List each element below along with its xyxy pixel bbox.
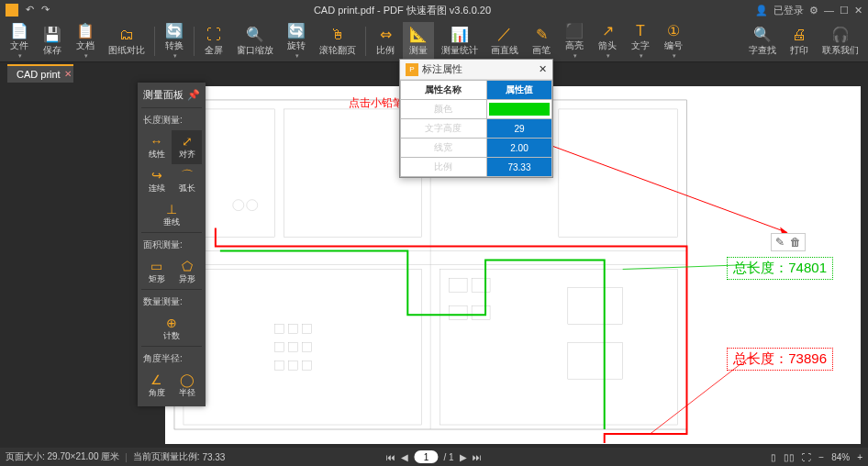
contact-button[interactable]: 🎧联系我们 [817, 22, 864, 61]
measure-count[interactable]: ⊕计数 [141, 312, 202, 346]
lookup-button[interactable]: 🔍字查找 [743, 22, 782, 61]
document-tab[interactable]: CAD print ✕ [7, 64, 73, 83]
prev-page-icon[interactable]: ◀ [401, 452, 408, 462]
total-length-green[interactable]: 总长度：74801 [727, 257, 833, 280]
measure-continuous[interactable]: ↪连续 [141, 164, 172, 198]
page-input[interactable] [414, 450, 438, 463]
convert-button[interactable]: 🔄转换 [159, 22, 190, 61]
app-logo-icon [6, 4, 18, 17]
minimize-icon[interactable]: — [824, 5, 834, 16]
compare-button[interactable]: 🗂图纸对比 [103, 22, 150, 61]
measure-linear[interactable]: ↔线性 [141, 130, 172, 164]
measure-vertical[interactable]: ⊥垂线 [141, 198, 202, 232]
redo-icon[interactable]: ↷ [41, 4, 50, 17]
window-zoom-button[interactable]: 🔍窗口缩放 [231, 22, 279, 61]
arrow-button[interactable]: ↗箭头 [592, 22, 623, 61]
close-tab-icon[interactable]: ✕ [64, 69, 72, 79]
doc-button[interactable]: 📋文档 [70, 22, 101, 61]
page-total: / 1 [443, 452, 453, 462]
file-button[interactable]: 📄文件 [4, 22, 35, 61]
main-toolbar: 📄文件 💾保存 📋文档 🗂图纸对比 🔄转换 ⛶全屏 🔍窗口缩放 🔄旋转 🖱滚轮翻… [0, 20, 868, 62]
prop-logo-icon: P [406, 63, 418, 76]
first-page-icon[interactable]: ⏮ [386, 452, 395, 462]
measure-poly[interactable]: ⬠异形 [172, 255, 202, 289]
line-width-value[interactable]: 2.00 [486, 139, 551, 158]
scale-value[interactable]: 73.33 [486, 158, 551, 177]
workspace: 点击小铅笔还可以对标注进行编辑 ✎ 🗑 总长度：74801 总长度：73896 … [0, 83, 868, 448]
next-page-icon[interactable]: ▶ [460, 452, 467, 462]
number-button[interactable]: ①编号 [658, 22, 689, 61]
measure-panel-title: 测量面板 📌 [141, 86, 202, 107]
save-button[interactable]: 💾保存 [37, 22, 68, 61]
measure-align[interactable]: ⤢对齐 [172, 130, 202, 164]
settings-icon[interactable]: ⚙ [809, 5, 818, 17]
view-single-icon[interactable]: ▯ [771, 452, 776, 462]
statusbar: 页面大小: 29.70×21.00 厘米 | 当前页测量比例: 73.33 ⏮ … [0, 448, 868, 466]
last-page-icon[interactable]: ⏭ [473, 452, 482, 462]
measure-panel: 测量面板 📌 长度测量: ↔线性 ⤢对齐 ↪连续 ⌒弧长 ⊥垂线 面积测量: ▭… [138, 83, 206, 406]
measure-rect[interactable]: ▭矩形 [141, 255, 172, 289]
zoom-out-icon[interactable]: − [818, 452, 824, 462]
page-navigator: ⏮ ◀ / 1 ▶ ⏭ [386, 450, 481, 463]
delete-icon[interactable]: 🗑 [790, 236, 801, 249]
measure-radius[interactable]: ◯半径 [172, 369, 202, 403]
line-button[interactable]: ／画直线 [485, 22, 524, 61]
total-length-red[interactable]: 总长度：73896 [727, 348, 833, 371]
fit-icon[interactable]: ⛶ [802, 452, 811, 462]
user-icon[interactable]: 👤 [755, 5, 768, 17]
fullscreen-button[interactable]: ⛶全屏 [198, 22, 229, 61]
login-status[interactable]: 已登录 [773, 4, 804, 17]
scale-readout: 73.33 [202, 452, 225, 462]
annotation-edit-toolbar: ✎ 🗑 [771, 233, 806, 251]
color-swatch[interactable] [489, 103, 550, 116]
close-window-icon[interactable]: ✕ [854, 5, 862, 17]
text-height-value[interactable]: 29 [486, 119, 551, 139]
zoom-value: 84% [831, 452, 850, 462]
scale-label: 当前页测量比例: [133, 450, 200, 463]
close-prop-icon[interactable]: ✕ [539, 63, 547, 75]
prop-title: 标注属性 [422, 62, 462, 76]
undo-icon[interactable]: ↶ [26, 4, 34, 17]
brush-button[interactable]: ✎画笔 [526, 22, 557, 61]
text-button[interactable]: T文字 [625, 22, 656, 61]
pin-icon[interactable]: 📌 [187, 89, 200, 101]
edit-pencil-icon[interactable]: ✎ [775, 236, 785, 249]
window-title: CAD print.pdf - PDF 快速看图 v3.6.0.20 [50, 4, 755, 17]
titlebar: ↶ ↷ CAD print.pdf - PDF 快速看图 v3.6.0.20 👤… [0, 0, 868, 20]
property-table: 属性名称属性值 颜色 文字高度29 线宽2.00 比例73.33 [400, 80, 552, 177]
property-panel: P 标注属性 ✕ 属性名称属性值 颜色 文字高度29 线宽2.00 比例73.3… [399, 59, 553, 178]
zoom-in-icon[interactable]: + [857, 452, 862, 462]
maximize-icon[interactable]: ☐ [840, 5, 849, 17]
measure-arc[interactable]: ⌒弧长 [172, 164, 202, 198]
tab-label: CAD print [17, 69, 61, 80]
highlight-button[interactable]: ⬛高亮 [559, 22, 590, 61]
measure-stat-button[interactable]: 📊测量统计 [436, 22, 484, 61]
print-button[interactable]: 🖨打印 [784, 22, 815, 61]
page-size-value: 29.70×21.00 厘米 [48, 450, 120, 463]
rotate-button[interactable]: 🔄旋转 [281, 22, 312, 61]
measure-angle[interactable]: ∠角度 [141, 369, 172, 403]
scale-button[interactable]: ⇔比例 [370, 22, 401, 61]
page-size-label: 页面大小: [6, 450, 45, 463]
view-double-icon[interactable]: ▯▯ [784, 452, 795, 462]
measure-button[interactable]: 📐测量 [403, 22, 434, 61]
wheel-page-button[interactable]: 🖱滚轮翻页 [314, 22, 362, 61]
